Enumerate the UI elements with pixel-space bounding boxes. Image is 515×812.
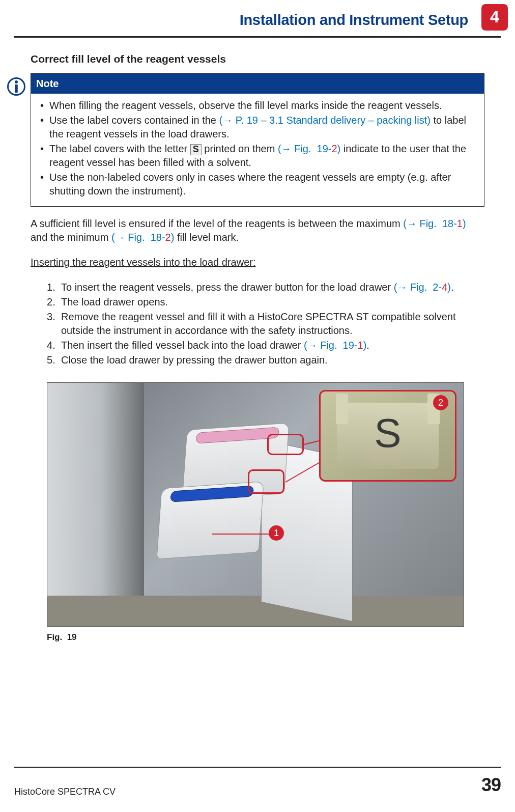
- text: fill level mark.: [174, 232, 239, 243]
- footer-page-number: 39: [481, 773, 501, 798]
- figure-block: 1 S 2 Fig. 19: [47, 382, 484, 643]
- note-item: When filling the reagent vessels, observ…: [38, 99, 477, 113]
- leader-line: [212, 534, 270, 535]
- header-title: Installation and Instrument Setup: [240, 10, 468, 30]
- step-item: Remove the reagent vessel and fill it wi…: [47, 310, 484, 338]
- cross-ref-link[interactable]: (→ Fig. 18-2): [111, 232, 174, 243]
- inset-letter-s: S: [374, 406, 401, 461]
- note-body: When filling the reagent vessels, observ…: [31, 94, 484, 206]
- text: Use the label covers contained in the: [49, 115, 219, 126]
- text: .: [366, 340, 369, 351]
- cross-ref-link[interactable]: (→ Fig. 2-4): [394, 282, 451, 293]
- page-footer: HistoCore SPECTRA CV 39: [14, 767, 501, 798]
- floor: [47, 596, 464, 626]
- instrument-side: [47, 383, 144, 626]
- note-item: Use the non-labeled covers only in cases…: [38, 171, 477, 198]
- text: Then insert the filled vessel back into …: [61, 340, 304, 351]
- text: printed on them: [202, 143, 278, 154]
- step-item: The load drawer opens.: [47, 295, 484, 309]
- note-box: Note When filling the reagent vessels, o…: [31, 73, 484, 207]
- text: A sufficient fill level is ensured if th…: [31, 218, 403, 229]
- text: and the minimum: [31, 232, 111, 243]
- footer-product-name: HistoCore SPECTRA CV: [14, 786, 116, 798]
- svg-rect-1: [15, 85, 18, 93]
- page-content: Correct fill level of the reagent vessel…: [0, 38, 515, 643]
- note-header: Note: [31, 74, 484, 94]
- cross-ref-link[interactable]: (→ Fig. 19-2): [278, 143, 340, 154]
- highlight-box: [267, 434, 304, 455]
- subheading: Inserting the reagent vessels into the l…: [31, 256, 484, 269]
- page-header: Installation and Instrument Setup 4: [14, 0, 501, 38]
- reagent-vessel-front: [156, 482, 264, 560]
- note-block: Note When filling the reagent vessels, o…: [31, 73, 484, 207]
- figure-image: 1 S 2: [47, 382, 464, 627]
- chapter-number-tab: 4: [481, 4, 508, 31]
- section-title: Correct fill level of the reagent vessel…: [31, 52, 484, 66]
- label-cover-clip: S: [337, 403, 439, 469]
- cross-ref-link[interactable]: (→ Fig. 19-1): [304, 340, 366, 351]
- step-item: Close the load drawer by pressing the dr…: [47, 353, 484, 367]
- note-item: The label covers with the letter S print…: [38, 142, 477, 170]
- cross-ref-link[interactable]: (→ Fig. 18-1): [403, 218, 466, 229]
- figure-caption: Fig. 19: [47, 632, 484, 643]
- text: The label covers with the letter: [49, 143, 190, 154]
- step-item: To insert the reagent vessels, press the…: [47, 281, 484, 294]
- note-item: Use the label covers contained in the (→…: [38, 114, 477, 141]
- highlight-box: [248, 469, 284, 494]
- vessel-handle-blue: [170, 486, 254, 502]
- svg-point-0: [15, 80, 18, 83]
- note-icon: [7, 77, 25, 96]
- s-label-box: S: [190, 144, 202, 155]
- text: .: [451, 282, 454, 293]
- step-item: Then insert the filled vessel back into …: [47, 339, 484, 352]
- cross-ref-link[interactable]: (→ P. 19 – 3.1 Standard delivery – packi…: [219, 115, 431, 126]
- step-list: To insert the reagent vessels, press the…: [31, 281, 484, 367]
- paragraph: A sufficient fill level is ensured if th…: [31, 217, 484, 244]
- text: To insert the reagent vessels, press the…: [61, 282, 394, 293]
